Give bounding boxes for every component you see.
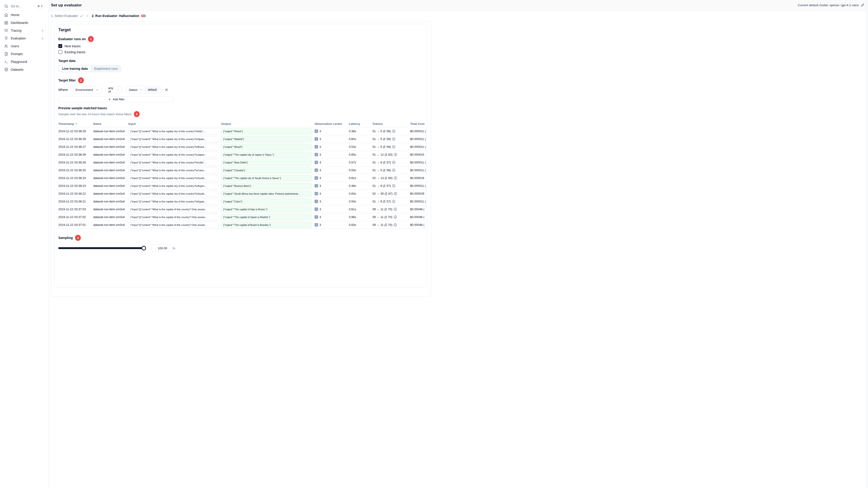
table-row[interactable]: 2024-11-22 03:38:28 dataset-run-item-cm3… <box>54 127 427 135</box>
checkbox-checked[interactable] <box>58 44 62 48</box>
cell-name: dataset-run-item-cm3s4 <box>93 207 128 211</box>
cell-name: dataset-run-item-cm3s4 <box>93 168 128 172</box>
column-header-output[interactable]: Output <box>221 122 315 126</box>
info-circle-icon[interactable]: i <box>394 176 397 180</box>
table-row[interactable]: 2024-11-22 03:38:25 dataset-run-item-cm3… <box>54 166 427 174</box>
cell-name: dataset-run-item-cm3s4 <box>93 145 128 149</box>
cell-input[interactable]: {"input":[{"content":"What is the capita… <box>128 152 218 158</box>
step-badge-4: 4 <box>75 235 81 241</box>
cell-input[interactable]: {"input":[{"content":"What is the capita… <box>128 222 218 228</box>
cell-input[interactable]: {"input":[{"content":"What is the capita… <box>128 199 218 204</box>
sidebar-item-prompts[interactable]: Prompts <box>2 50 46 58</box>
table-row[interactable]: 2024-11-22 03:38:22 dataset-run-item-cm3… <box>54 190 427 197</box>
sidebar-nav: Home Dashboards Tracing Evaluation Users… <box>2 11 46 73</box>
info-circle-icon[interactable]: i <box>394 208 397 211</box>
cell-total-cost: $0.000011 ( <box>410 200 427 203</box>
cell-input[interactable]: {"input":[{"content":"What is the capita… <box>128 206 218 212</box>
checkbox[interactable] <box>58 50 62 54</box>
cell-input[interactable]: {"input":[{"content":"What is the capita… <box>128 167 218 173</box>
cell-latency: 0.83s <box>349 192 372 195</box>
cell-input[interactable]: {"input":[{"content":"What is the capita… <box>128 136 218 142</box>
info-circle-icon[interactable]: i <box>392 130 395 133</box>
go-to-button[interactable]: Go to... ⌘ K <box>2 2 46 10</box>
cell-output[interactable]: {"output":"South Africa has three capita… <box>221 191 312 197</box>
cell-output[interactable]: {"output":"Cairo"} <box>221 199 312 204</box>
sidebar-item-users[interactable]: Users <box>2 42 46 50</box>
sidebar-item-tracing[interactable]: Tracing <box>2 27 46 34</box>
cell-output[interactable]: {"output":"New Delhi"} <box>221 160 312 165</box>
cell-input[interactable]: {"input":[{"content":"What is the capita… <box>128 183 218 189</box>
tab-live-tracing-data[interactable]: Live tracing data <box>59 66 91 72</box>
checkbox-row-existing-traces[interactable]: Existing traces <box>58 50 427 54</box>
add-filter-button[interactable]: Add filter <box>58 96 174 102</box>
remove-filter-button[interactable] <box>165 88 168 92</box>
cell-output[interactable]: {"output":"Buenos Aires"} <box>221 183 312 189</box>
table-row[interactable]: 2024-11-22 03:38:27 dataset-run-item-cm3… <box>54 143 427 151</box>
column-header-latency[interactable]: Latency <box>349 122 372 126</box>
cell-output[interactable]: {"output":"Brazil"} <box>221 144 312 150</box>
checkbox-row-new-traces[interactable]: New traces <box>58 44 427 48</box>
sidebar-item-playground[interactable]: Playground <box>2 58 46 66</box>
info-circle-icon[interactable]: i <box>392 137 395 140</box>
table-row[interactable]: 2024-11-22 03:37:02 dataset-run-item-cm3… <box>54 213 427 221</box>
cell-input[interactable]: {"input":[{"content":"What is the capita… <box>128 144 218 150</box>
column-header-name[interactable]: Name <box>93 122 128 126</box>
table-row[interactable]: 2024-11-22 03:38:24 dataset-run-item-cm3… <box>54 174 427 182</box>
cell-input[interactable]: {"input":[{"content":"What is the capita… <box>128 160 218 165</box>
column-header-total-cost[interactable]: Total Cost <box>410 122 427 126</box>
cell-input[interactable]: {"input":[{"content":"What is the capita… <box>128 175 218 181</box>
filter-value-select[interactable]: Select default <box>126 86 161 93</box>
sidebar-item-dashboards[interactable]: Dashboards <box>2 19 46 27</box>
filter-row: Where Environment any of Select default <box>58 86 427 93</box>
cell-output[interactable]: {"output":"The capital of Brazil is Bras… <box>221 222 312 228</box>
cell-output[interactable]: {"output":"The capital city of Japan is … <box>221 152 312 158</box>
sidebar-item-datasets[interactable]: Datasets <box>2 66 46 73</box>
cell-input[interactable]: {"input":[{"content":"What is the capita… <box>128 191 218 197</box>
table-row[interactable]: 2024-11-22 03:38:26 dataset-run-item-cm3… <box>54 158 427 166</box>
cell-total-cost: $0.00046 ( <box>410 207 427 211</box>
info-circle-icon[interactable]: i <box>392 169 395 172</box>
info-circle-icon[interactable]: i <box>392 161 395 164</box>
table-row[interactable]: 2024-11-22 03:37:01 dataset-run-item-cm3… <box>54 221 427 229</box>
table-row[interactable]: 2024-11-22 03:38:21 dataset-run-item-cm3… <box>54 197 427 205</box>
sidebar-item-home[interactable]: Home <box>2 11 46 19</box>
cell-input[interactable]: {"input":[{"content":"What is the capita… <box>128 128 218 134</box>
info-circle-icon[interactable]: i <box>394 216 397 219</box>
cell-output[interactable]: {"output":"The capital of Spain is Madri… <box>221 214 312 220</box>
cell-total-cost: $0.00046 ( <box>410 215 427 219</box>
sidebar-item-evaluation[interactable]: Evaluation <box>2 34 46 42</box>
table-row[interactable]: 2024-11-22 03:38:23 dataset-run-item-cm3… <box>54 182 427 190</box>
cell-output[interactable]: {"output":"Rome"} <box>221 128 312 134</box>
info-circle-icon[interactable]: i <box>394 223 397 226</box>
filter-column-select[interactable]: Environment <box>73 86 101 93</box>
column-header-input[interactable]: Input <box>128 122 221 126</box>
info-circle-icon[interactable]: i <box>392 200 395 203</box>
column-header-timestamp[interactable]: Timestamp▼ <box>58 122 93 126</box>
info-circle-icon[interactable]: i <box>392 145 395 148</box>
main-area: Set up evaluator Current default model: … <box>49 0 434 244</box>
cell-output[interactable]: {"output":"The capital city of South Kor… <box>221 175 312 181</box>
table-row[interactable]: 2024-11-22 03:38:28 dataset-run-item-cm3… <box>54 135 427 143</box>
breadcrumb-step2[interactable]: 2. Run Evaluator: Hallucination <box>92 14 146 18</box>
breadcrumb-step1[interactable]: 1. Select Evaluator <box>51 14 83 18</box>
column-header-observation-levels[interactable]: Observation Levels <box>315 122 349 126</box>
sidebar-item-label: Dashboards <box>11 21 44 25</box>
cell-name: dataset-run-item-cm3s4 <box>93 223 128 227</box>
cell-output[interactable]: {"output":"Canada"} <box>221 167 312 173</box>
sampling-label: Sampling 4 <box>58 235 427 241</box>
cell-total-cost: $0.000011 ( <box>410 145 427 149</box>
info-circle-icon[interactable]: i <box>392 184 395 187</box>
table-row[interactable]: 2024-11-22 03:37:03 dataset-run-item-cm3… <box>54 205 427 213</box>
column-header-tokens[interactable]: Tokens <box>372 122 410 126</box>
cell-output[interactable]: {"output":"Madrid"} <box>221 136 312 142</box>
info-circle-icon[interactable]: i <box>394 153 397 156</box>
cell-timestamp: 2024-11-22 03:38:28 <box>58 129 93 133</box>
tab-experiment-runs[interactable]: Experiment runs <box>91 66 121 72</box>
info-circle-icon[interactable]: i <box>394 192 397 195</box>
cell-output[interactable]: {"output":"The capital of Italy is Rome.… <box>221 206 312 212</box>
cell-input[interactable]: {"input":[{"content":"What is the capita… <box>128 214 218 220</box>
cell-observation-levels: i3 <box>315 223 349 227</box>
target-data-label: Target data <box>58 59 427 63</box>
filter-operator-select[interactable]: any of <box>105 86 122 93</box>
table-row[interactable]: 2024-11-22 03:38:26 dataset-run-item-cm3… <box>54 151 427 158</box>
